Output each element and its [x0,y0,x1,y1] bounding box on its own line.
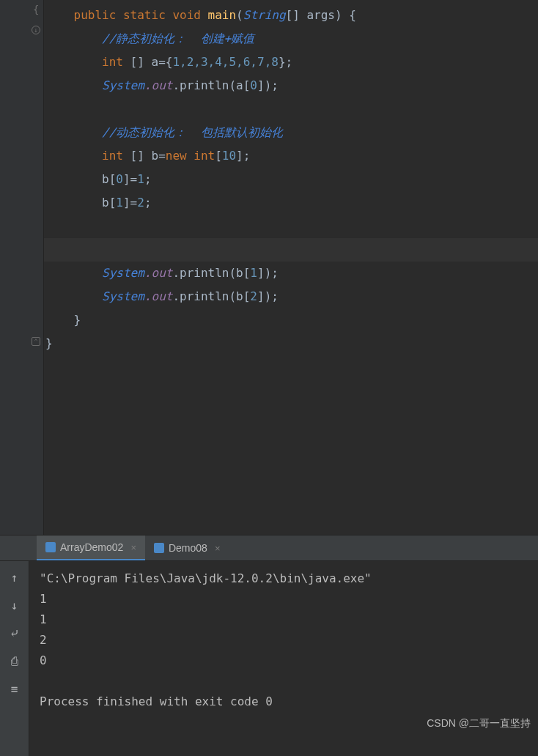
fold-open-icon: { [33,4,39,15]
keyword: new [166,149,187,163]
fold-close-icon: ⌃ [32,337,40,346]
text: [ [215,149,222,163]
output-line: 0 [40,653,47,667]
run-config-icon [45,542,56,552]
soft-wrap-icon[interactable]: ⤶ [6,624,23,642]
comment: //动态初始化： 包括默认初始化 [102,125,283,139]
type: String [243,8,286,22]
gutter: { ↓ ⌃ [0,0,44,535]
number: 2 [137,196,144,210]
number: 0 [116,172,123,186]
clear-icon[interactable]: ≡ [6,680,23,697]
number: 1,2,3,4,5,6,7,8 [172,55,279,69]
override-icon[interactable]: ↓ [32,26,40,34]
comment: //静态初始化： 创建+赋值 [102,32,254,45]
run-config-icon [154,543,164,553]
close-icon[interactable]: × [215,543,221,554]
class-ref: System [102,78,144,92]
output-line: 1 [40,592,47,606]
keyword: int [102,55,123,69]
class-ref: System [102,289,144,303]
text: ; [144,172,152,186]
tab-arraydemo02[interactable]: ArrayDemo02 × [37,536,145,560]
keyword: static [123,8,166,22]
output-line: "C:\Program Files\Java\jdk-12.0.2\bin\ja… [40,571,372,585]
text: }; [279,55,292,69]
number: 2 [250,289,257,303]
text: ]= [123,172,137,186]
keyword: int [187,149,215,163]
text: ]= [123,196,137,210]
keyword: public [74,8,117,22]
keyword: int [102,149,123,163]
text: ; [144,196,152,210]
text: ]; [236,149,250,163]
console-toolbar: ↑ ↓ ⤶ ⎙ ≡ [0,561,29,756]
output-line: 2 [40,633,47,647]
scroll-up-icon[interactable]: ↑ [6,568,23,586]
code-content[interactable]: public static void main(String[] args) {… [45,4,538,355]
scroll-down-icon[interactable]: ↓ [6,596,23,614]
text: .println(a[ [172,78,250,92]
brace: } [74,313,81,327]
watermark: CSDN @二哥一直坚持 [427,717,531,730]
tab-label: ArrayDemo02 [60,541,123,553]
text: b[ [102,172,116,186]
text: ]); [257,289,279,303]
text: .println(b[ [172,266,250,280]
method-name: main [208,8,237,22]
text: [] b= [123,149,166,163]
print-icon[interactable]: ⎙ [6,652,23,670]
number: 1 [116,196,123,210]
text: ]); [257,78,279,92]
number: 1 [250,266,257,280]
output-line: Process finished with exit code 0 [40,694,273,708]
text: .println(b[ [172,289,250,303]
number: 0 [250,78,257,92]
run-tabs-bar: ArrayDemo02 × Demo08 × [0,535,538,561]
tab-demo08[interactable]: Demo08 × [145,536,229,560]
text: ]); [257,266,279,280]
close-icon[interactable]: × [130,542,136,553]
text: b[ [102,196,116,210]
field: .out [144,266,173,280]
text: [] args) { [286,8,356,22]
code-editor[interactable]: { ↓ ⌃ public static void main(String[] a… [0,0,538,535]
text: [] a={ [123,55,172,69]
number: 10 [222,149,236,163]
output-line: 1 [40,612,47,626]
keyword: void [172,8,201,22]
brace: } [45,336,53,350]
tab-label: Demo08 [169,542,207,554]
number: 1 [137,172,144,186]
field: .out [144,289,173,303]
field: .out [144,78,173,92]
class-ref: System [102,266,144,280]
current-line-highlight [44,238,538,262]
